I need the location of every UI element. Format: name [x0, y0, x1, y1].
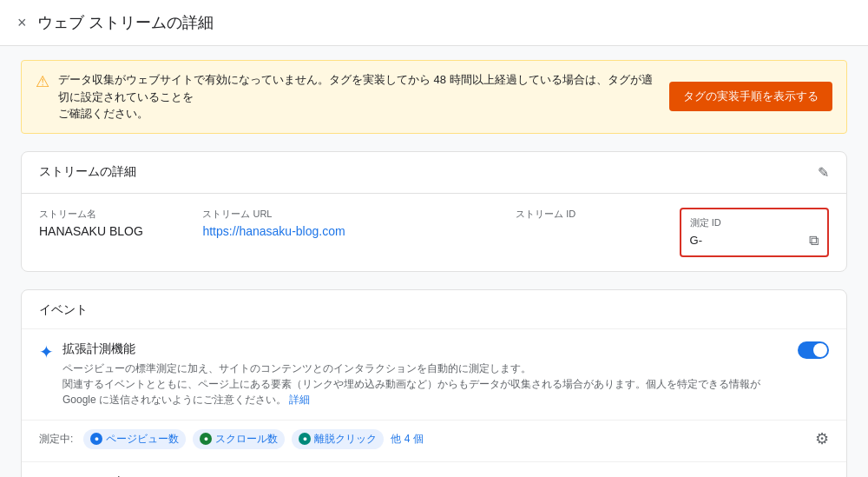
enhanced-measurement-icon: ✦ — [39, 341, 54, 362]
measurement-id-item: 測定 ID G- ⧉ — [680, 208, 829, 257]
stream-url-value: https://hanasaku-blog.com — [202, 224, 502, 238]
em-details-link[interactable]: 詳細 — [289, 394, 310, 406]
close-button[interactable]: × — [17, 15, 27, 30]
chip-scroll: ● スクロール数 — [193, 429, 285, 449]
header: × ウェブ ストリームの詳細 — [0, 0, 868, 46]
measuring-label: 測定中: — [39, 432, 73, 447]
warning-left: ⚠ データ収集がウェブサイトで有効になっていません。タグを実装してから 48 時… — [36, 71, 655, 123]
measurement-id-value: G- — [690, 234, 702, 247]
main-content: ⚠ データ収集がウェブサイトで有効になっていません。タグを実装してから 48 時… — [0, 46, 868, 477]
stream-name-item: ストリーム名 HANASAKU BLOG — [39, 208, 188, 257]
em-content: 拡張計測機能 ページビューの標準測定に加え、サイトのコンテンツとのインタラクショ… — [62, 341, 789, 407]
stream-id-value — [516, 224, 665, 238]
copy-id-button[interactable]: ⧉ — [809, 233, 819, 248]
event-change-content: イベントの変更 受信イベントとパラメータを変更します。 詳細 — [57, 474, 824, 478]
chip-scroll-label: スクロール数 — [215, 432, 278, 447]
event-change-item[interactable]: ↕ イベントの変更 受信イベントとパラメータを変更します。 詳細 › — [22, 462, 846, 478]
show-tag-instructions-button[interactable]: タグの実装手順を表示する — [669, 82, 832, 111]
warning-banner: ⚠ データ収集がウェブサイトで有効になっていません。タグを実装してから 48 時… — [21, 60, 847, 134]
stream-details-card: ストリームの詳細 ✎ ストリーム名 HANASAKU BLOG ストリーム UR… — [21, 151, 847, 272]
chip-outbound-icon: ● — [299, 433, 311, 445]
enhanced-toggle[interactable] — [798, 341, 829, 359]
more-events-link[interactable]: 他 4 個 — [391, 432, 423, 447]
enhanced-measurement-section: ✦ 拡張計測機能 ページビューの標準測定に加え、サイトのコンテンツとのインタラク… — [22, 329, 846, 421]
stream-details-header: ストリームの詳細 ✎ — [22, 152, 846, 194]
measuring-row: 測定中: ● ページビュー数 ● スクロール数 ● 離脱クリック 他 4 個 ⚙ — [22, 421, 846, 462]
gear-icon[interactable]: ⚙ — [815, 429, 829, 448]
events-card: イベント ✦ 拡張計測機能 ページビューの標準測定に加え、サイトのコンテンツとの… — [21, 289, 847, 478]
measurement-id-container: 測定 ID G- ⧉ — [680, 208, 829, 257]
stream-url-item: ストリーム URL https://hanasaku-blog.com — [202, 208, 502, 257]
chip-pageview-label: ページビュー数 — [106, 432, 179, 447]
measurement-id-label: 測定 ID — [690, 216, 819, 229]
stream-id-item: ストリーム ID — [516, 208, 665, 257]
em-desc: ページビューの標準測定に加え、サイトのコンテンツとのインタラクションを自動的に測… — [62, 361, 789, 407]
toggle-switch[interactable] — [798, 341, 829, 359]
stream-name-value: HANASAKU BLOG — [39, 224, 188, 238]
chip-outbound-label: 離脱クリック — [314, 432, 377, 447]
em-title: 拡張計測機能 — [62, 341, 789, 357]
page-title: ウェブ ストリームの詳細 — [37, 12, 214, 33]
warning-text: データ収集がウェブサイトで有効になっていません。タグを実装してから 48 時間以… — [58, 71, 655, 123]
warning-icon: ⚠ — [36, 72, 49, 91]
stream-id-box — [516, 224, 556, 238]
edit-icon[interactable]: ✎ — [818, 164, 829, 181]
measuring-left: 測定中: ● ページビュー数 ● スクロール数 ● 離脱クリック 他 4 個 — [39, 429, 424, 449]
chip-pageview: ● ページビュー数 — [83, 429, 186, 449]
events-section-title: イベント — [22, 290, 846, 329]
chip-scroll-icon: ● — [200, 433, 212, 445]
stream-id-label: ストリーム ID — [516, 208, 665, 221]
chip-pageview-icon: ● — [90, 433, 102, 445]
chip-outbound: ● 離脱クリック — [292, 429, 384, 449]
event-change-title: イベントの変更 — [57, 474, 824, 478]
stream-details-grid: ストリーム名 HANASAKU BLOG ストリーム URL https://h… — [22, 194, 846, 271]
stream-details-title: ストリームの詳細 — [39, 164, 136, 180]
stream-name-label: ストリーム名 — [39, 208, 188, 221]
measurement-id-inner: G- ⧉ — [690, 233, 819, 248]
stream-url-label: ストリーム URL — [202, 208, 502, 221]
em-header: ✦ 拡張計測機能 ページビューの標準測定に加え、サイトのコンテンツとのインタラク… — [39, 341, 829, 407]
